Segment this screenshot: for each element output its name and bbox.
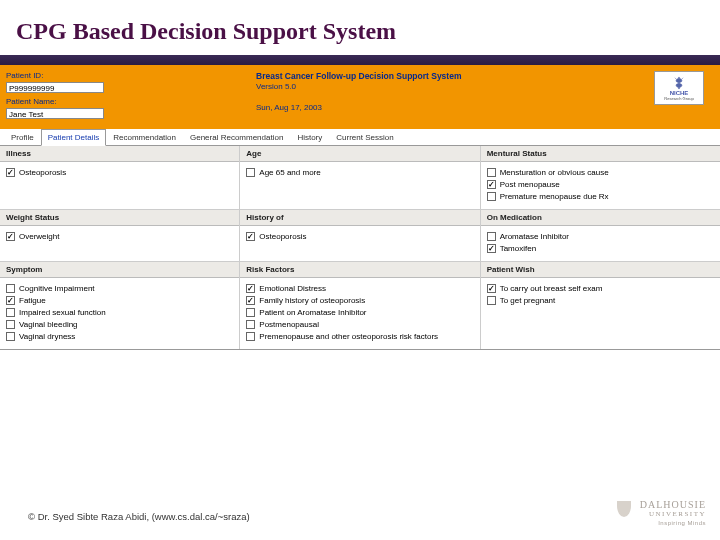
option-row: Premature menopause due Rx (487, 191, 714, 202)
option-row: Aromatase Inhibitor (487, 231, 714, 242)
shield-icon (617, 501, 631, 517)
checkbox[interactable] (6, 308, 15, 317)
tab-patient-details[interactable]: Patient Details (41, 129, 107, 146)
option-row: Post menopause (487, 179, 714, 190)
checkbox[interactable] (487, 192, 496, 201)
checkbox[interactable] (487, 244, 496, 253)
option-row: Cognitive Impairment (6, 283, 233, 294)
section-weight-status: Weight StatusOverweight (0, 210, 239, 261)
patient-name-label: Patient Name: (6, 97, 256, 106)
checkbox[interactable] (246, 284, 255, 293)
option-label: Vaginal bleeding (19, 319, 78, 330)
checkbox[interactable] (246, 168, 255, 177)
checkbox[interactable] (246, 332, 255, 341)
section-body: Overweight (0, 226, 239, 249)
dalhousie-logo: DALHOUSIE UNIVERSITY Inspiring Minds (617, 499, 706, 526)
option-label: Tamoxifen (500, 243, 536, 254)
section-header: Age (240, 146, 479, 162)
option-label: Fatigue (19, 295, 46, 306)
option-row: Impaired sexual function (6, 307, 233, 318)
slide-footer: © Dr. Syed Sibte Raza Abidi, (www.cs.dal… (28, 511, 250, 522)
checkbox[interactable] (487, 284, 496, 293)
logo-subtext: Research Group (664, 96, 693, 101)
option-label: Osteoporosis (19, 167, 66, 178)
tab-general-recommendation[interactable]: General Recommendation (183, 129, 290, 145)
tab-profile[interactable]: Profile (4, 129, 41, 145)
tab-history[interactable]: History (290, 129, 329, 145)
caduceus-icon (672, 76, 686, 90)
checkbox[interactable] (6, 284, 15, 293)
checkbox[interactable] (246, 320, 255, 329)
option-row: Mensturation or obvious cause (487, 167, 714, 178)
section-header: Weight Status (0, 210, 239, 226)
section-body: Mensturation or obvious causePost menopa… (481, 162, 720, 209)
decorative-bar (0, 55, 720, 65)
option-label: To get pregnant (500, 295, 556, 306)
patient-id-input[interactable]: P999999999 (6, 82, 104, 93)
option-label: Aromatase Inhibitor (500, 231, 569, 242)
section-mentural-status: Mentural StatusMensturation or obvious c… (480, 146, 720, 209)
option-label: Premenopause and other osteoporosis risk… (259, 331, 438, 342)
checkbox[interactable] (246, 232, 255, 241)
section-header: Illness (0, 146, 239, 162)
option-label: Cognitive Impairment (19, 283, 95, 294)
row-3: SymptomCognitive ImpairmentFatigueImpair… (0, 262, 720, 349)
checkbox[interactable] (246, 296, 255, 305)
option-label: Age 65 and more (259, 167, 320, 178)
option-row: Vaginal dryness (6, 331, 233, 342)
option-row: Vaginal bleeding (6, 319, 233, 330)
option-row: Osteoporosis (6, 167, 233, 178)
header-center: Breast Cancer Follow-up Decision Support… (256, 71, 654, 123)
option-label: To carry out breast self exam (500, 283, 603, 294)
dal-name-bot: UNIVERSITY (640, 510, 706, 518)
section-illness: IllnessOsteoporosis (0, 146, 239, 209)
option-row: Family history of osteoporosis (246, 295, 473, 306)
slide-title: CPG Based Decision Support System (0, 0, 720, 55)
section-on-medication: On MedicationAromatase InhibitorTamoxife… (480, 210, 720, 261)
option-label: Postmenopausal (259, 319, 319, 330)
option-label: Overweight (19, 231, 59, 242)
option-row: Postmenopausal (246, 319, 473, 330)
patient-id-label: Patient ID: (6, 71, 256, 80)
option-row: Fatigue (6, 295, 233, 306)
checkbox[interactable] (487, 168, 496, 177)
checkbox[interactable] (6, 332, 15, 341)
header-right: NICHE Research Group (654, 71, 714, 123)
app-date: Sun, Aug 17, 2003 (256, 103, 654, 112)
option-label: Osteoporosis (259, 231, 306, 242)
section-header: Risk Factors (240, 262, 479, 278)
tab-current-session[interactable]: Current Session (329, 129, 400, 145)
checkbox[interactable] (487, 232, 496, 241)
tab-bar: ProfilePatient DetailsRecommendationGene… (0, 129, 720, 146)
option-row: Tamoxifen (487, 243, 714, 254)
option-row: Emotional Distress (246, 283, 473, 294)
dal-name-top: DALHOUSIE (640, 499, 706, 510)
checkbox[interactable] (6, 296, 15, 305)
header-left: Patient ID: P999999999 Patient Name: Jan… (6, 71, 256, 123)
option-label: Vaginal dryness (19, 331, 75, 342)
section-header: On Medication (481, 210, 720, 226)
section-body: Emotional DistressFamily history of oste… (240, 278, 479, 349)
checkbox[interactable] (487, 180, 496, 189)
section-body: To carry out breast self examTo get preg… (481, 278, 720, 313)
tab-recommendation[interactable]: Recommendation (106, 129, 183, 145)
option-row: Premenopause and other osteoporosis risk… (246, 331, 473, 342)
checkbox[interactable] (487, 296, 496, 305)
checkbox[interactable] (246, 308, 255, 317)
section-body: Cognitive ImpairmentFatigueImpaired sexu… (0, 278, 239, 349)
option-label: Family history of osteoporosis (259, 295, 365, 306)
checkbox[interactable] (6, 320, 15, 329)
patient-details-pane: IllnessOsteoporosis AgeAge 65 and more M… (0, 146, 720, 350)
row-1: IllnessOsteoporosis AgeAge 65 and more M… (0, 146, 720, 210)
row-2: Weight StatusOverweight History ofOsteop… (0, 210, 720, 262)
dal-tagline: Inspiring Minds (617, 520, 706, 526)
section-age: AgeAge 65 and more (239, 146, 479, 209)
checkbox[interactable] (6, 232, 15, 241)
checkbox[interactable] (6, 168, 15, 177)
patient-name-input[interactable]: Jane Test (6, 108, 104, 119)
niche-logo: NICHE Research Group (654, 71, 704, 105)
option-row: To carry out breast self exam (487, 283, 714, 294)
option-label: Mensturation or obvious cause (500, 167, 609, 178)
section-risk-factors: Risk FactorsEmotional DistressFamily his… (239, 262, 479, 349)
option-row: Patient on Aromatase Inhibitor (246, 307, 473, 318)
